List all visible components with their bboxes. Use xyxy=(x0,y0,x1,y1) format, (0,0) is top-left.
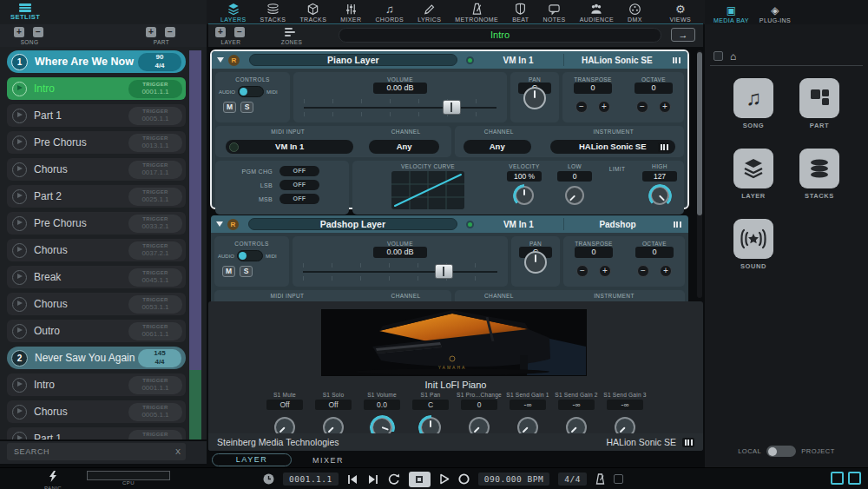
collapse-icon[interactable] xyxy=(217,57,224,63)
setlist-part-row[interactable]: Intro TRIGGER0001.1.1 xyxy=(7,373,186,396)
transpose-value[interactable]: 0 xyxy=(574,83,612,94)
setlist-part-row[interactable]: Pre Chorus TRIGGER0033.2.1 xyxy=(7,212,186,235)
setlist-part-row[interactable]: Break TRIGGER0045.1.1 xyxy=(7,266,186,288)
octave-minus-button[interactable]: − xyxy=(637,265,649,277)
play-icon[interactable] xyxy=(12,270,27,285)
layer-panel-padshop[interactable]: R Padshop Layer VM In 1 Padshop CONTROLS… xyxy=(210,215,689,301)
clear-search-button[interactable]: X xyxy=(175,447,181,456)
audio-midi-toggle[interactable] xyxy=(237,250,263,261)
remove-layer-button[interactable]: − xyxy=(234,27,245,37)
play-button[interactable] xyxy=(439,473,450,485)
knob-value[interactable]: C xyxy=(412,400,449,410)
time-signature-display[interactable]: 4/4 xyxy=(558,472,587,486)
setlist-part-row[interactable]: Chorus TRIGGER0037.2.1 xyxy=(7,239,186,261)
add-song-button[interactable]: + xyxy=(14,27,24,37)
knob-value[interactable]: -∞ xyxy=(510,400,546,410)
keyboard-icon[interactable] xyxy=(670,56,682,65)
layer-name-field[interactable]: Padshop Layer xyxy=(248,218,457,230)
octave-plus-button[interactable]: + xyxy=(660,265,672,277)
midi-input-select[interactable]: VM In 1 xyxy=(226,140,353,154)
solo-button[interactable]: S xyxy=(240,266,253,277)
setlist-part-row[interactable]: Part 1 TRIGGER0005.1.1 xyxy=(7,104,186,127)
remove-song-button[interactable]: − xyxy=(33,27,43,37)
play-icon[interactable] xyxy=(12,109,27,123)
tile-song[interactable]: ♫ SONG xyxy=(733,78,773,129)
home-icon[interactable]: ⌂ xyxy=(730,51,736,62)
setlist-part-row[interactable]: Chorus TRIGGER0005.1.1 xyxy=(7,400,186,423)
go-to-start-button[interactable] xyxy=(347,474,358,485)
play-icon[interactable] xyxy=(12,243,27,258)
play-icon[interactable] xyxy=(12,162,27,177)
tab-dmx[interactable]: DMX xyxy=(621,0,649,23)
add-part-button[interactable]: + xyxy=(146,27,156,37)
record-button[interactable] xyxy=(458,473,470,485)
layer-input-label[interactable]: VM In 1 xyxy=(478,220,559,229)
tile-stacks[interactable]: STACKS xyxy=(799,149,839,200)
low-value[interactable]: 0 xyxy=(557,171,592,182)
volume-value[interactable]: 0.00 dB xyxy=(373,247,427,258)
setlist-song-row[interactable]: 2 Never Saw You Again 1454/4 xyxy=(7,347,186,369)
transpose-minus-button[interactable]: − xyxy=(575,101,588,113)
pgm-chg-value[interactable]: OFF xyxy=(279,166,319,176)
tab-mixer[interactable]: MIXER xyxy=(312,456,344,465)
transpose-plus-button[interactable]: + xyxy=(599,265,611,277)
scrollbar-thumb[interactable] xyxy=(697,52,702,215)
keyboard-icon[interactable] xyxy=(682,438,694,447)
tile-part[interactable]: PART xyxy=(799,78,839,129)
play-icon[interactable] xyxy=(12,378,27,393)
zones-icon[interactable] xyxy=(285,28,295,36)
velocity-knob[interactable] xyxy=(515,186,534,205)
vertical-scrollbar[interactable] xyxy=(697,50,702,298)
setlist-part-row[interactable]: Chorus TRIGGER0017.1.1 xyxy=(7,158,186,181)
tab-layers[interactable]: LAYERS xyxy=(214,0,253,23)
metronome-icon[interactable] xyxy=(595,473,605,485)
layer-input-label[interactable]: VM In 1 xyxy=(478,56,559,65)
tab-beat[interactable]: BEAT xyxy=(505,0,536,23)
tab-layer[interactable]: LAYER xyxy=(212,453,292,466)
tempo-display[interactable]: 090.000 BPM xyxy=(478,472,549,486)
knob-value[interactable]: 0.0 xyxy=(364,400,400,410)
pan-knob[interactable] xyxy=(524,251,547,274)
setlist-part-row[interactable]: Part 1 TRIGGER0013.1.1 xyxy=(7,427,186,439)
velocity-value[interactable]: 100 % xyxy=(507,171,542,182)
tile-sound[interactable]: SOUND xyxy=(733,219,773,270)
setlist-part-row[interactable]: Outro TRIGGER0061.1.1 xyxy=(7,320,186,342)
search-input[interactable] xyxy=(7,443,186,460)
panic-button[interactable]: PANIC xyxy=(42,470,64,489)
high-knob[interactable] xyxy=(650,186,669,205)
instrument-select[interactable]: HALion Sonic SE xyxy=(550,140,675,154)
transpose-minus-button[interactable]: − xyxy=(576,265,589,277)
play-icon[interactable] xyxy=(12,405,27,420)
setlist-part-row[interactable]: Pre Chorus TRIGGER0013.1.1 xyxy=(7,131,186,154)
volume-slider-handle[interactable] xyxy=(443,100,461,115)
tab-tracks[interactable]: TRACKS xyxy=(293,0,333,23)
tab-media-bay[interactable]: ▣ MEDIA BAY xyxy=(713,5,749,23)
octave-plus-button[interactable]: + xyxy=(659,101,671,113)
record-arm-button[interactable]: R xyxy=(228,55,240,66)
volume-slider[interactable] xyxy=(303,262,497,281)
position-display[interactable]: 0001.1.1 xyxy=(283,472,339,486)
tab-audience[interactable]: AUDIENCE xyxy=(573,0,621,23)
volume-value[interactable]: 0.00 dB xyxy=(373,83,427,94)
instrument-channel-select[interactable]: Any xyxy=(464,140,531,154)
local-project-toggle[interactable] xyxy=(766,446,796,457)
layer-name-field[interactable]: Piano Layer xyxy=(249,54,457,66)
tile-layer[interactable]: LAYER xyxy=(733,149,773,200)
transpose-value[interactable]: 0 xyxy=(575,247,613,258)
knob-value[interactable]: Off xyxy=(266,400,303,410)
preset-name[interactable]: Init LoFI Piano xyxy=(208,380,703,390)
cycle-button[interactable] xyxy=(387,473,400,485)
tab-metronome[interactable]: METRONOME xyxy=(448,0,505,23)
tab-lyrics[interactable]: LYRICS xyxy=(411,0,448,23)
play-icon[interactable] xyxy=(12,189,27,204)
layout-toggle-left-icon[interactable] xyxy=(831,472,844,485)
add-layer-button[interactable]: + xyxy=(215,27,226,37)
song-color-strip[interactable] xyxy=(189,50,201,439)
tab-mixer[interactable]: MIXER xyxy=(333,0,368,23)
play-icon[interactable] xyxy=(12,216,27,231)
filter-checkbox[interactable] xyxy=(713,51,723,61)
tab-setlist[interactable]: SETLIST xyxy=(10,3,40,21)
low-knob[interactable] xyxy=(565,186,584,205)
velocity-curve-graph[interactable] xyxy=(391,171,464,209)
high-value[interactable]: 127 xyxy=(642,171,677,182)
